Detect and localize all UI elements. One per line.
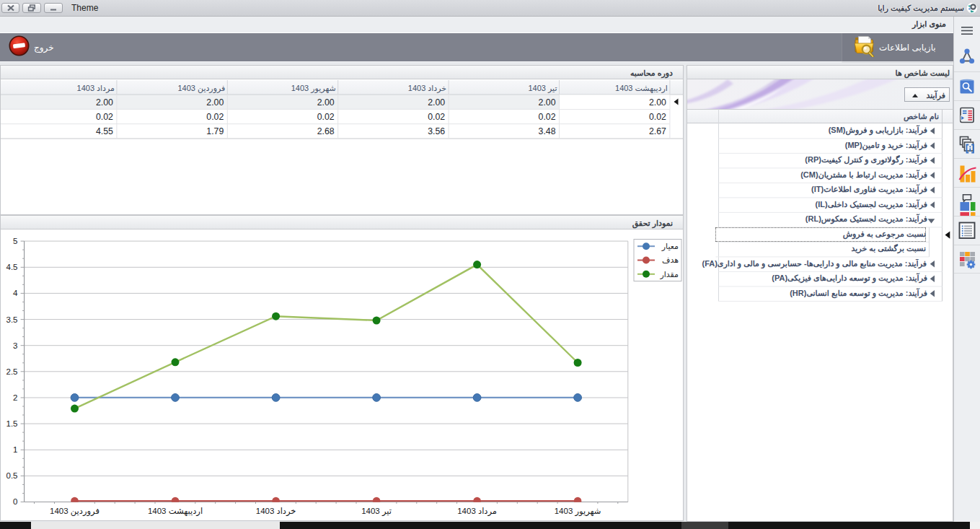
- svg-text:1.5: 1.5: [6, 419, 18, 428]
- svg-text:0.02: 0.02: [649, 112, 666, 122]
- svg-text:تیر 1403: تیر 1403: [361, 507, 392, 517]
- svg-text:3: 3: [13, 341, 17, 350]
- svg-text:2.00: 2.00: [539, 97, 556, 107]
- svg-text:0: 0: [13, 497, 17, 506]
- svg-text:0.02: 0.02: [206, 112, 224, 122]
- svg-text:4.55: 4.55: [96, 126, 113, 136]
- svg-text:تیر 1403: تیر 1403: [529, 83, 557, 92]
- svg-text:فروردین 1403: فروردین 1403: [50, 507, 100, 517]
- svg-text:2.00: 2.00: [96, 97, 113, 107]
- svg-text:اردیبهشت 1403: اردیبهشت 1403: [615, 83, 668, 92]
- svg-text:2.00: 2.00: [428, 97, 445, 107]
- svg-text:اردیبهشت 1403: اردیبهشت 1403: [148, 507, 203, 517]
- svg-text:1: 1: [13, 445, 17, 454]
- svg-text:3.5: 3.5: [6, 315, 18, 324]
- svg-text:خرداد 1403: خرداد 1403: [256, 507, 296, 517]
- svg-text:4.5: 4.5: [6, 263, 18, 271]
- svg-text:شهریور 1403: شهریور 1403: [291, 83, 336, 92]
- svg-text:هدف: هدف: [662, 255, 679, 264]
- svg-text:معیار: معیار: [661, 242, 679, 251]
- svg-text:مرداد 1403: مرداد 1403: [77, 83, 115, 92]
- svg-text:4: 4: [13, 289, 18, 297]
- svg-text:0.02: 0.02: [317, 112, 335, 122]
- svg-text:3.56: 3.56: [428, 126, 445, 136]
- svg-text:3.48: 3.48: [539, 126, 556, 136]
- svg-text:2: 2: [13, 393, 17, 402]
- svg-text:2.5: 2.5: [6, 367, 18, 376]
- svg-text:مقدار: مقدار: [659, 270, 679, 279]
- svg-text:فروردین 1403: فروردین 1403: [177, 83, 225, 92]
- svg-text:2.67: 2.67: [649, 126, 666, 136]
- svg-text:2.00: 2.00: [649, 97, 666, 107]
- svg-text:0.5: 0.5: [6, 471, 18, 480]
- svg-text:5: 5: [13, 237, 17, 245]
- svg-text:مرداد 1403: مرداد 1403: [457, 507, 497, 517]
- svg-text:0.02: 0.02: [96, 112, 113, 122]
- svg-text:2.00: 2.00: [317, 97, 335, 107]
- svg-text:شهریور 1403: شهریور 1403: [555, 507, 601, 517]
- svg-text:2.68: 2.68: [317, 126, 335, 136]
- svg-text:0.02: 0.02: [539, 112, 556, 122]
- svg-text:0.02: 0.02: [428, 112, 445, 122]
- svg-text:2.00: 2.00: [206, 97, 224, 107]
- svg-text:1.79: 1.79: [206, 126, 224, 136]
- svg-text:خرداد 1403: خرداد 1403: [408, 83, 446, 92]
